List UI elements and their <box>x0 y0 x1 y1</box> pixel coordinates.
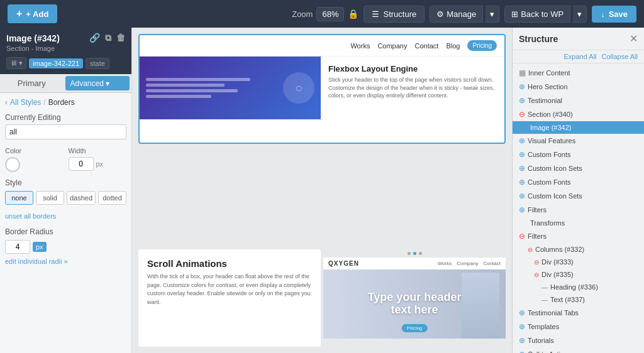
lock-icon[interactable]: 🔒 <box>348 9 358 19</box>
tree-item-testimonial-tabs[interactable]: ⊕ Testimonial Tabs <box>513 306 644 320</box>
tree-item-label: Testimonial <box>528 97 562 104</box>
tree-item-filters-1[interactable]: ⊕ Filters <box>513 203 644 217</box>
style-none-button[interactable]: none <box>5 191 33 205</box>
preview-hero-left: ○ <box>140 57 321 119</box>
edit-radii-link[interactable]: edit individual radii » <box>5 258 68 265</box>
manage-button[interactable]: ⚙ Manage <box>430 6 483 23</box>
tree-item-testimonial[interactable]: ⊕ Testimonial <box>513 94 644 107</box>
zoom-value[interactable]: 68% <box>316 7 344 21</box>
br-hero-text: Type your header text here <box>368 291 462 317</box>
add-label: + Add <box>26 9 48 19</box>
hero-circle: ○ <box>283 72 314 104</box>
br-nav: Works Company Contact <box>438 261 501 266</box>
back-to-wp-dropdown-button[interactable]: ▾ <box>573 6 587 23</box>
dots-row <box>323 249 506 258</box>
tree-item-div-333[interactable]: ⊖ Div (#333) <box>513 256 644 268</box>
tree-item-inner-content[interactable]: ▦ Inner Content <box>513 66 644 80</box>
tree-item-custom-fonts-1[interactable]: ⊕ Custom Fonts <box>513 148 644 161</box>
tree-item-text-337[interactable]: — Text (#337) <box>513 293 644 306</box>
screen-selector[interactable]: 🖥 ▾ <box>6 57 26 69</box>
br-person-image <box>462 273 499 339</box>
style-solid-button[interactable]: solid <box>36 191 64 205</box>
tree-item-heading-336[interactable]: — Heading (#336) <box>513 281 644 293</box>
tree-item-label: Tutorials <box>528 337 554 344</box>
delete-icon[interactable]: 🗑 <box>116 33 125 43</box>
panel-title-row: Image (#342) 🔗 ⧉ 🗑 <box>6 33 125 43</box>
unset-borders-link[interactable]: unset all borders <box>5 212 126 220</box>
radius-input-row: px <box>5 240 126 254</box>
plus-icon: + <box>16 8 22 19</box>
structure-title: Structure <box>519 34 558 44</box>
plus-icon: ⊕ <box>519 136 525 145</box>
tree-item-templates[interactable]: ⊕ Templates <box>513 320 644 334</box>
manage-dropdown-button[interactable]: ▾ <box>486 6 499 23</box>
back-to-wp-button[interactable]: ⊞ Back to WP <box>504 6 570 23</box>
currently-editing-select[interactable]: all <box>5 124 126 139</box>
tree-item-custom-icon-sets-1[interactable]: ⊕ Custom Icon Sets <box>513 161 644 175</box>
width-input[interactable] <box>69 157 94 171</box>
tree-item-div-335[interactable]: ⊖ Div (#335) <box>513 268 644 281</box>
state-badge[interactable]: state <box>86 58 109 69</box>
minus-small-icon: ⊖ <box>534 271 539 278</box>
structure-icon: ☰ <box>372 9 379 19</box>
save-button[interactable]: ↓ Save <box>592 6 636 23</box>
tree-item-custom-icon-sets-2[interactable]: ⊕ Custom Icon Sets <box>513 189 644 203</box>
hero-line-4 <box>146 95 211 98</box>
plus-icon: ⊕ <box>519 205 525 214</box>
tree-item-custom-fonts-2[interactable]: ⊕ Custom Fonts <box>513 175 644 189</box>
preview-nav: Works Company Contact Blog Pricing <box>140 35 504 57</box>
tree-item-visual-features[interactable]: ⊕ Visual Features <box>513 134 644 148</box>
radius-input[interactable] <box>5 240 30 254</box>
tree-item-tutorials[interactable]: ⊕ Tutorials <box>513 334 644 347</box>
structure-panel: Structure ✕ Expand All Collapse All ▦ In… <box>512 28 644 353</box>
expand-all-link[interactable]: Expand All <box>564 53 597 60</box>
copy-icon[interactable]: ⧉ <box>105 33 111 43</box>
panel-title: Image (#342) <box>6 33 60 43</box>
tree-item-label: Custom Fonts <box>528 151 570 158</box>
tree-item-filters-2[interactable]: ⊖ Filters <box>513 229 644 243</box>
tree-item-call-to-action[interactable]: ⊕ Call to Action <box>513 347 644 353</box>
color-swatch[interactable] <box>5 157 20 172</box>
tree-item-label: Custom Icon Sets <box>528 192 582 200</box>
style-dashed-button[interactable]: dashed <box>67 191 96 205</box>
plus-icon: ⊕ <box>519 178 525 187</box>
style-dotted-button[interactable]: dotted <box>98 191 126 205</box>
tree-item-columns-332[interactable]: ⊖ Columns (#332) <box>513 243 644 256</box>
tab-primary[interactable]: Primary <box>0 74 64 92</box>
hero-line-1 <box>146 78 250 81</box>
element-id-badge[interactable]: image-342-221 <box>29 58 83 68</box>
add-button[interactable]: + + Add <box>8 4 57 23</box>
wp-icon: ⚙ <box>436 9 444 19</box>
hero-area: ○ Flexbox Layout Engine Stick your heade… <box>140 57 504 138</box>
save-icon: ↓ <box>601 9 605 19</box>
hero-line-2: text here <box>368 304 462 317</box>
tree-item-label: Inner Content <box>528 69 570 77</box>
scroll-desc: With the tick of a box, your header can … <box>147 273 312 307</box>
breadcrumb-back-icon[interactable]: ‹ <box>5 98 8 107</box>
tree-item-transforms[interactable]: Transforms <box>513 217 644 229</box>
structure-button[interactable]: ☰ Structure <box>364 6 425 23</box>
style-buttons: none solid dashed dotted <box>5 191 126 205</box>
pricing-button: Pricing <box>467 40 497 51</box>
currently-editing-field: Currently Editing all <box>5 113 126 139</box>
tree-item-hero-section[interactable]: ⊕ Hero Section <box>513 80 644 94</box>
tree-item-section-340[interactable]: ⊖ Section (#340) <box>513 107 644 121</box>
br-nav-contact: Contact <box>483 261 501 266</box>
inner-content-icon: ▦ <box>519 68 526 77</box>
plus-icon: ⊕ <box>519 164 525 173</box>
panel-action-icons: 🔗 ⧉ 🗑 <box>89 33 125 43</box>
tree-item-image-342[interactable]: Image (#342) <box>513 121 644 134</box>
hero-line-3 <box>146 89 238 92</box>
collapse-all-link[interactable]: Collapse All <box>602 53 638 60</box>
link-icon[interactable]: 🔗 <box>89 33 100 43</box>
dot-3 <box>419 252 422 255</box>
primary-advanced-tabs: Primary Advanced ▾ <box>0 74 131 93</box>
tab-advanced[interactable]: Advanced ▾ <box>65 76 130 90</box>
width-field: Width px <box>69 147 127 172</box>
dash-icon: — <box>541 284 548 291</box>
breadcrumb-all-styles[interactable]: All Styles <box>10 98 41 107</box>
minus-icon: ⊖ <box>519 232 525 241</box>
tree-item-label: Templates <box>528 323 559 330</box>
close-structure-button[interactable]: ✕ <box>630 33 638 45</box>
breadcrumb-separator: / <box>43 98 45 107</box>
